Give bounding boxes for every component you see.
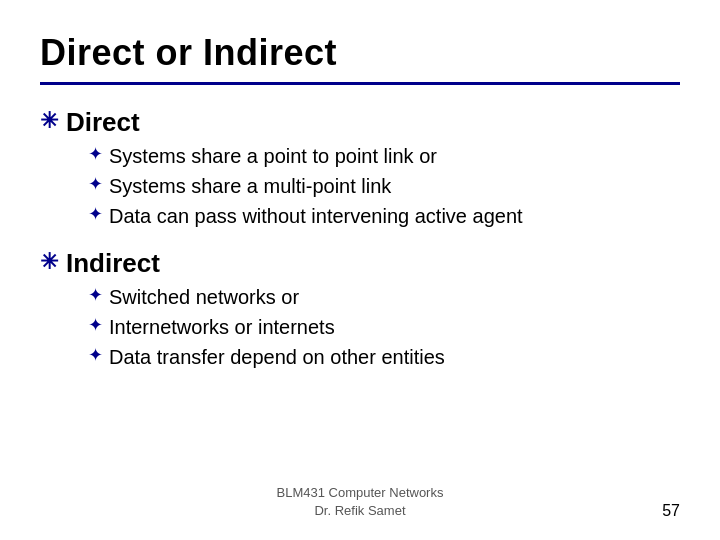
list-item: ✦ Data transfer depend on other entities [88,343,680,371]
list-item: ✦ Data can pass without intervening acti… [88,202,680,230]
l1-label-direct: Direct [66,107,140,138]
section-indirect: ✳ Indirect ✦ Switched networks or ✦ Inte… [40,248,680,371]
list-item: ✦ Systems share a point to point link or [88,142,680,170]
footer-line1: BLM431 Computer Networks [277,485,444,500]
l2-text-indirect-2: Internetworks or internets [109,313,335,341]
l2-icon-4: ✦ [88,283,103,308]
slide-content: ✳ Direct ✦ Systems share a point to poin… [40,107,680,474]
l2-text-direct-2: Systems share a multi-point link [109,172,391,200]
list-item: ✦ Internetworks or internets [88,313,680,341]
list-item: ✦ Systems share a multi-point link [88,172,680,200]
l2-icon-6: ✦ [88,343,103,368]
l2-text-indirect-3: Data transfer depend on other entities [109,343,445,371]
slide: Direct or Indirect ✳ Direct ✦ Systems sh… [0,0,720,540]
sub-bullets-direct: ✦ Systems share a point to point link or… [88,142,680,230]
l2-icon-2: ✦ [88,172,103,197]
list-item: ✦ Switched networks or [88,283,680,311]
l1-bullet-direct: ✳ Direct [40,107,680,138]
footer-line2: Dr. Refik Samet [314,503,405,518]
l1-label-indirect: Indirect [66,248,160,279]
l2-text-indirect-1: Switched networks or [109,283,299,311]
l2-text-direct-1: Systems share a point to point link or [109,142,437,170]
section-direct: ✳ Direct ✦ Systems share a point to poin… [40,107,680,230]
l1-icon-indirect: ✳ [40,249,58,275]
slide-footer: BLM431 Computer Networks Dr. Refik Samet… [40,474,680,520]
sub-bullets-indirect: ✦ Switched networks or ✦ Internetworks o… [88,283,680,371]
l2-icon-1: ✦ [88,142,103,167]
l2-text-direct-3: Data can pass without intervening active… [109,202,523,230]
slide-title: Direct or Indirect [40,32,680,74]
footer-page-number: 57 [662,502,680,520]
l1-bullet-indirect: ✳ Indirect [40,248,680,279]
l2-icon-3: ✦ [88,202,103,227]
footer-info: BLM431 Computer Networks Dr. Refik Samet [277,484,444,520]
l1-icon-direct: ✳ [40,108,58,134]
title-underline [40,82,680,85]
l2-icon-5: ✦ [88,313,103,338]
